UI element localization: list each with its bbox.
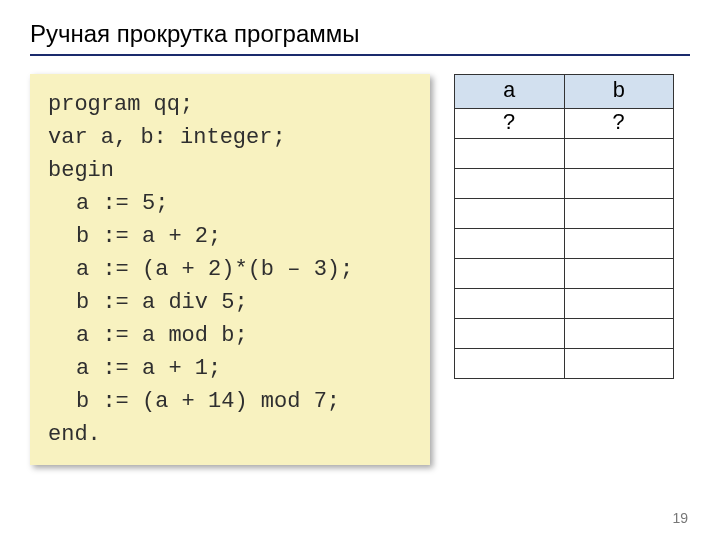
table-row: [455, 319, 674, 349]
trace-cell: [564, 259, 674, 289]
code-line: b := (a + 14) mod 7;: [48, 385, 412, 418]
trace-cell: [455, 319, 565, 349]
trace-cell: [455, 259, 565, 289]
page-number: 19: [672, 510, 688, 526]
page-title: Ручная прокрутка программы: [30, 20, 690, 48]
code-line: b := a + 2;: [48, 220, 412, 253]
table-header-b: b: [564, 75, 674, 109]
table-header-row: a b: [455, 75, 674, 109]
trace-cell: [455, 289, 565, 319]
table-header-a: a: [455, 75, 565, 109]
trace-cell: [455, 349, 565, 379]
table-row: [455, 259, 674, 289]
code-block: program qq; var a, b: integer; begin a :…: [30, 74, 430, 465]
trace-cell: [455, 169, 565, 199]
trace-cell: ?: [564, 109, 674, 139]
table-row: [455, 169, 674, 199]
trace-cell: [455, 229, 565, 259]
table-row: ? ?: [455, 109, 674, 139]
trace-cell: [564, 169, 674, 199]
table-row: [455, 349, 674, 379]
table-row: [455, 139, 674, 169]
trace-cell: [564, 349, 674, 379]
trace-cell: ?: [455, 109, 565, 139]
table-row: [455, 199, 674, 229]
trace-cell: [564, 289, 674, 319]
code-line: var a, b: integer;: [48, 121, 412, 154]
trace-cell: [564, 319, 674, 349]
content-area: program qq; var a, b: integer; begin a :…: [30, 74, 690, 465]
code-line: begin: [48, 154, 412, 187]
code-line: a := a mod b;: [48, 319, 412, 352]
title-divider: [30, 54, 690, 56]
table-row: [455, 229, 674, 259]
trace-table: a b ? ?: [454, 74, 674, 379]
code-line: a := a + 1;: [48, 352, 412, 385]
code-line: a := (a + 2)*(b – 3);: [48, 253, 412, 286]
trace-cell: [455, 139, 565, 169]
code-line: b := a div 5;: [48, 286, 412, 319]
trace-cell: [564, 139, 674, 169]
trace-cell: [455, 199, 565, 229]
table-row: [455, 289, 674, 319]
trace-cell: [564, 199, 674, 229]
trace-cell: [564, 229, 674, 259]
code-line: a := 5;: [48, 187, 412, 220]
code-line: end.: [48, 418, 412, 451]
code-line: program qq;: [48, 88, 412, 121]
